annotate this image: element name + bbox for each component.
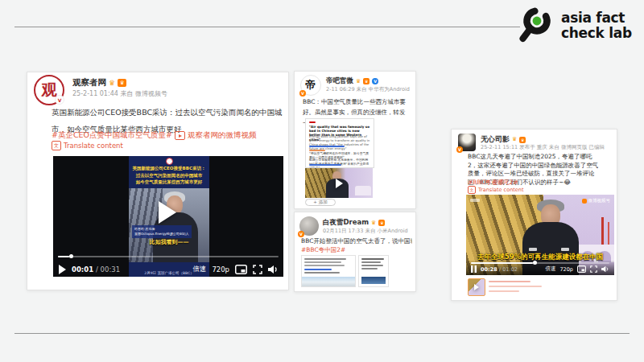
related-thumbnail <box>468 278 485 296</box>
article-logo-mark <box>309 121 316 123</box>
hashtag-link[interactable]: #英企CEO点赞中国城市空气质量# <box>52 130 172 141</box>
related-text-bar <box>489 281 530 282</box>
avatar[interactable]: 观 V <box>34 75 64 105</box>
volume-icon[interactable] <box>268 265 279 274</box>
embedded-screenshot[interactable]: "Air quality that was famously so bad in… <box>305 118 374 168</box>
red-tower-2 <box>608 222 609 245</box>
thumb-bridge <box>355 186 371 195</box>
bottom-divider <box>14 333 630 334</box>
related-video-item[interactable] <box>468 278 597 296</box>
text-line-bar <box>304 258 346 260</box>
fullscreen-icon[interactable] <box>253 265 262 274</box>
logo-line2: check lab <box>561 26 632 41</box>
time-current: 00:28 <box>481 266 497 273</box>
weibo-post-wuxin: V 无心司影 ♛ ♛ 25-2-11 15:11 发布于 重庆 来自 微博网页版… <box>451 129 617 301</box>
video-link[interactable]: 观察者网的微博视频 <box>188 130 257 141</box>
video-title-line3: 如今空气质量比某些西方城市更好 <box>129 179 209 186</box>
video-progress-bar[interactable] <box>471 262 609 264</box>
pip-icon[interactable] <box>235 265 247 274</box>
text-line-bar <box>304 265 345 266</box>
post-text: BBC开始整活中国的空气太香了，说中国城市的空气质量比西方城市好， <box>301 237 412 245</box>
post-meta: 25-2-11 01:44 来自 微博视频号 <box>72 89 167 98</box>
weibo-post-baiye: V 白夜雷Dream ♛ ♛ 02月11日 17:33 来自 小米Android… <box>294 212 416 292</box>
quality-button[interactable]: 720p <box>212 265 229 274</box>
text-line-bar <box>361 265 383 266</box>
video-player[interactable]: 微博视频号 去年全球59%的可再生能源建设都在中国 00:28 / 01:02 … <box>466 195 614 275</box>
pip-icon[interactable] <box>577 265 586 273</box>
vip-badge-icon: ♛ <box>378 220 385 226</box>
post-meta: 02月11日 17:33 来自 小米Android <box>323 228 408 235</box>
text-line-bar <box>304 272 340 274</box>
verified-v-badge: V <box>55 95 64 105</box>
overlay-tag <box>470 199 480 202</box>
vip-badge-icon: ♛ <box>363 78 369 84</box>
video-controls: 00:28 / 01:02 倍速 720p <box>471 265 609 273</box>
hashtag-link[interactable]: #BBC夸中国2# <box>301 246 345 254</box>
overlay-word <box>529 248 537 251</box>
video-player[interactable]: 英国新能源公司CEO接受BBC采访： 过去以空气污染而闻名的中国城市 如今空气质… <box>53 156 283 277</box>
weibo-video-watermark: 微博视频号 <box>582 198 611 204</box>
crown-icon: ♛ <box>371 220 376 226</box>
translate-icon: 文 <box>468 186 476 194</box>
avatar[interactable]: V <box>299 216 319 236</box>
time-total: / 00:31 <box>96 265 120 274</box>
translate-icon: 文 <box>52 141 61 150</box>
username[interactable]: 帝吧官微 <box>326 76 353 86</box>
weibo-video-logo-icon <box>582 199 587 204</box>
post-meta: 2-11 06:29 来自 中华有为Android <box>326 86 410 93</box>
embedded-screenshot-right[interactable] <box>358 255 389 287</box>
fullscreen-icon[interactable] <box>590 265 597 273</box>
video-link-icon <box>175 131 185 140</box>
quality-button[interactable]: 720p <box>559 266 573 273</box>
play-button[interactable] <box>58 265 66 274</box>
crown-icon: ♛ <box>512 137 517 142</box>
speed-button[interactable]: 倍速 <box>192 265 206 274</box>
text-line-bar <box>361 261 381 263</box>
avatar[interactable]: V <box>458 134 476 151</box>
video-controls: 00:01 / 00:31 倍速 720p <box>58 265 279 274</box>
thumb-play-icon <box>336 179 343 188</box>
speed-button[interactable]: 倍速 <box>545 265 555 273</box>
video-subtitle: 比如我看到—— <box>129 238 209 246</box>
crown-icon: ♛ <box>356 79 361 84</box>
add-button[interactable]: + 添加 <box>305 199 336 206</box>
speaker-title-caption: 英国Octopus Energy能源公司创始人 <box>134 232 189 237</box>
blue-verified-icon: V <box>372 78 378 84</box>
vip-badge-icon: ♛ <box>118 79 126 87</box>
magnifier-icon <box>517 5 557 47</box>
video-thumbnail[interactable] <box>305 168 373 198</box>
related-play-icon <box>474 284 479 290</box>
orange-v-badge: V <box>456 146 463 153</box>
article-zh-body: 能源公司老板格雷格·杰克逊表示，中国利用绿色能源改善空气质量表明“未来的产业是清… <box>309 158 370 168</box>
text-line-bar <box>304 261 341 263</box>
screenshot-photo-strip <box>302 277 355 286</box>
article-link-bar2 <box>309 164 341 166</box>
avatar[interactable]: 帝 V <box>300 75 321 96</box>
username[interactable]: 观察者网 <box>72 77 106 88</box>
logo-line1: asia fact <box>561 10 632 26</box>
orange-v-badge: V <box>299 90 306 97</box>
embedded-screenshot-left[interactable] <box>301 255 356 287</box>
avatar-char: 帝 <box>306 78 316 93</box>
translate-button[interactable]: Translate content <box>478 187 523 193</box>
translate-button[interactable]: Translate content <box>64 142 123 150</box>
username[interactable]: 白夜雷Dream <box>323 218 369 228</box>
channel-logo-dot <box>166 158 173 165</box>
pause-button[interactable] <box>471 265 477 273</box>
volume-icon[interactable] <box>601 265 609 273</box>
overlay-word <box>561 248 569 251</box>
play-overlay-button[interactable] <box>159 201 176 224</box>
top-divider <box>14 27 520 27</box>
post-meta: 25-2-11 15:11 发布于 重庆 来自 微博网页版 已编辑 <box>481 144 605 151</box>
video-footage: 格雷格·杰克逊 英国Octopus Energy能源公司创始人 比如我看到—— <box>129 188 209 262</box>
asia-fact-check-lab-logo: asia fact check lab <box>517 5 632 47</box>
progress-knob[interactable] <box>69 254 73 258</box>
text-line-bar <box>361 268 378 269</box>
progress-played <box>58 256 69 257</box>
time-total: / 01:02 <box>499 266 518 273</box>
vip-badge-icon: ♛ <box>519 137 526 143</box>
progress-played <box>471 262 533 264</box>
video-progress-bar[interactable] <box>58 256 279 257</box>
related-text-bar <box>489 286 542 287</box>
video-title-line2: 过去以空气污染而闻名的中国城市 <box>129 172 209 179</box>
